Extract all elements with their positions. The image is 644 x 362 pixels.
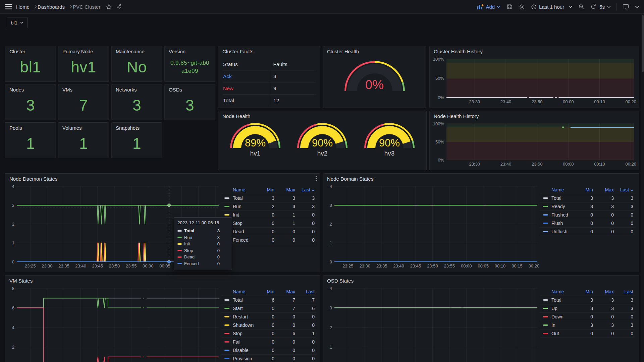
add-panel-button[interactable]: Add <box>477 4 500 10</box>
legend-stat: 6 <box>276 331 297 336</box>
svg-text:23:50: 23:50 <box>109 263 120 268</box>
vm-states-chart[interactable]: 0246823:2523:3023:3523:4023:4523:5023:55… <box>7 285 221 362</box>
series-name[interactable]: Provision <box>233 356 258 361</box>
refresh-picker[interactable]: 5s <box>590 4 611 10</box>
series-name[interactable]: Shutdown <box>233 322 258 328</box>
legend-stat: 0 <box>258 356 276 361</box>
legend-row: Provision000 <box>221 355 316 362</box>
legend-stat: 0 <box>276 322 297 328</box>
svg-text:23:40: 23:40 <box>75 263 86 268</box>
stat-panel-networks: Networks 3 <box>111 84 162 120</box>
node-daemon-states-chart[interactable]: 0123423:2523:3023:3523:4023:4523:5023:55… <box>7 183 221 270</box>
series-name[interactable]: Flushed <box>551 212 576 218</box>
series-name[interactable]: Stop <box>233 221 258 226</box>
series-name[interactable]: Init <box>233 212 258 218</box>
favorite-star-icon[interactable] <box>106 4 112 10</box>
series-name[interactable]: Restart <box>233 314 258 319</box>
share-icon[interactable] <box>116 4 122 10</box>
cluster-health-history-chart[interactable]: 0%50%100%23:3023:4023:5000:0000:1000:20 <box>432 56 637 106</box>
legend-stat: 3 <box>615 204 635 209</box>
svg-text:2: 2 <box>330 325 332 330</box>
scrollbar-track[interactable] <box>641 14 644 362</box>
series-name[interactable]: Fenced <box>233 237 258 243</box>
zoom-out-icon[interactable] <box>578 4 584 10</box>
top-nav: Home Dashboards PVC Cluster Add Last <box>0 0 644 14</box>
series-name[interactable]: Fail <box>233 339 258 345</box>
series-color-swatch <box>224 214 229 216</box>
legend-row: Restart000 <box>221 313 316 321</box>
legend-stat: 3 <box>615 195 635 201</box>
node-domain-states-chart[interactable]: 0123423:2523:3023:3523:4023:4523:5023:55… <box>325 183 540 270</box>
series-color-swatch <box>224 308 229 309</box>
breadcrumb-dashboards[interactable]: Dashboards <box>38 4 65 10</box>
svg-text:00:20: 00:20 <box>625 162 636 167</box>
legend-stat: 3 <box>576 297 594 303</box>
svg-text:23:25: 23:25 <box>25 263 36 268</box>
node-health-history-chart[interactable]: 0%50%100%23:3023:4023:5000:0000:1000:20 <box>432 120 637 168</box>
svg-text:50%: 50% <box>435 76 444 81</box>
gauge-value: 0% <box>344 78 405 91</box>
series-name[interactable]: Total <box>551 195 576 201</box>
series-name[interactable]: Disable <box>233 348 258 353</box>
svg-text:23:25: 23:25 <box>342 263 354 268</box>
time-range-picker[interactable]: Last 1 hour <box>531 4 572 10</box>
series-name[interactable]: Start <box>233 306 258 311</box>
svg-text:4: 4 <box>12 184 14 189</box>
series-name[interactable]: Total <box>233 297 258 303</box>
series-name[interactable]: Up <box>551 306 576 311</box>
nav-chevron-down-icon[interactable] <box>635 5 639 8</box>
series-color-swatch <box>543 316 548 317</box>
series-name[interactable]: Ready <box>551 204 576 209</box>
series-name[interactable]: Out <box>551 331 576 336</box>
series-name[interactable]: In <box>551 322 576 328</box>
series-name[interactable]: Total <box>551 297 576 303</box>
legend-stat: 3 <box>576 195 594 201</box>
legend-stat: 3 <box>594 204 615 209</box>
osd-states-chart[interactable]: 0123423:2523:3023:3523:4023:4523:5023:55… <box>325 285 540 362</box>
dashboard-settings-gear-icon[interactable] <box>519 4 525 10</box>
series-name[interactable]: Run <box>233 204 258 209</box>
half-gauge: 0% <box>344 61 405 91</box>
panel-menu-kebab-icon[interactable] <box>316 176 317 183</box>
stat-panel-nodes: Nodes 3 <box>5 84 56 120</box>
legend-header: NameMinMaxLast <box>540 186 635 194</box>
scrollbar-thumb[interactable] <box>642 15 644 72</box>
series-name[interactable]: Dead <box>233 229 258 234</box>
gauge-value: 89% <box>230 137 280 148</box>
legend-stat: 3 <box>276 195 297 201</box>
save-dashboard-icon[interactable] <box>506 4 513 10</box>
legend-stat: 0 <box>594 314 615 319</box>
legend-header: NameMinMaxLast <box>540 288 635 296</box>
legend-row: Out000 <box>540 329 635 338</box>
legend-stat: 0 <box>276 348 297 353</box>
svg-text:2: 2 <box>12 222 14 227</box>
variable-selector-node[interactable]: bl1 <box>7 17 28 28</box>
fault-status: Total <box>222 95 269 106</box>
kiosk-tv-mode-icon[interactable] <box>623 4 629 10</box>
legend-row: Fail000 <box>221 338 316 346</box>
series-name[interactable]: Down <box>551 314 576 319</box>
legend-row: Stop061 <box>221 329 316 338</box>
legend-row: Total333 <box>540 296 635 304</box>
breadcrumb-home[interactable]: Home <box>16 4 30 10</box>
svg-text:00:10: 00:10 <box>594 99 605 104</box>
svg-text:00:20: 00:20 <box>529 263 540 268</box>
legend-stat: 0 <box>297 314 316 319</box>
stat-value: 7 <box>58 93 109 118</box>
series-color-swatch <box>224 341 229 343</box>
node-daemon-states-legend: NameMinMaxLast Total333Run233Init010Stop… <box>221 183 318 270</box>
legend-row: Fenced000 <box>221 236 316 244</box>
series-name[interactable]: Stop <box>233 331 258 336</box>
svg-text:6: 6 <box>12 305 14 310</box>
svg-text:1: 1 <box>330 345 332 350</box>
series-name[interactable]: Flush <box>551 221 576 226</box>
chevron-down-icon <box>20 21 23 24</box>
tooltip-row: Dead0 <box>177 254 228 260</box>
fault-status: Ack <box>222 70 269 82</box>
series-name[interactable]: Unflush <box>551 229 576 234</box>
tooltip-row: Total3 <box>177 228 228 234</box>
series-color-swatch <box>224 358 229 359</box>
series-name[interactable]: Total <box>233 195 258 201</box>
hamburger-menu-icon[interactable] <box>5 4 12 9</box>
legend-stat: 0 <box>297 221 316 226</box>
